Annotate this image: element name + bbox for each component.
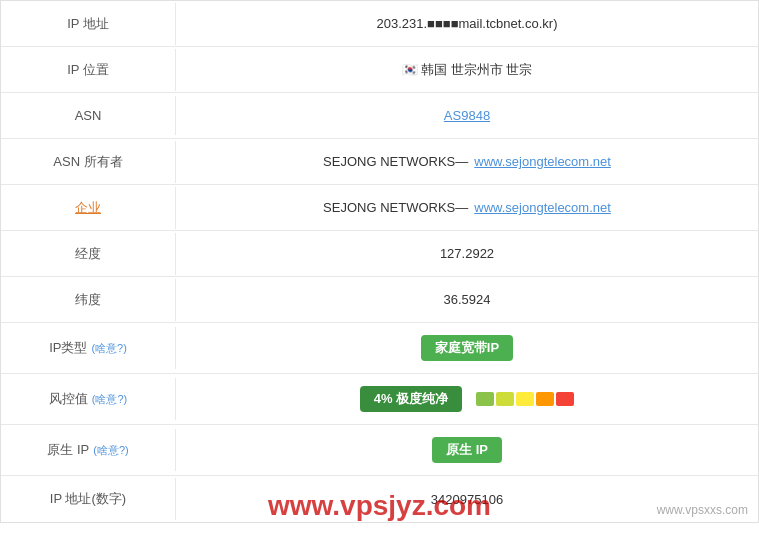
label-enterprise: 企业 — [1, 187, 176, 229]
value-native-ip: 原生 IP — [176, 425, 758, 475]
row-longitude: 经度 127.2922 — [1, 231, 758, 277]
label-ip-address: IP 地址 — [1, 3, 176, 45]
ip-type-hint[interactable]: (啥意?) — [91, 341, 126, 356]
label-native-ip: 原生 IP (啥意?) — [1, 429, 176, 471]
label-risk: 风控值 (啥意?) — [1, 378, 176, 420]
label-ip-type: IP类型 (啥意?) — [1, 327, 176, 369]
label-latitude: 纬度 — [1, 279, 176, 321]
value-enterprise: SEJONG NETWORKS— www.sejongtelecom.net — [176, 188, 758, 227]
label-asn: ASN — [1, 96, 176, 135]
enterprise-link[interactable]: www.sejongtelecom.net — [474, 200, 611, 215]
row-asn: ASN AS9848 — [1, 93, 758, 139]
label-longitude: 经度 — [1, 233, 176, 275]
risk-seg-5 — [556, 392, 574, 406]
label-ip-count: IP 地址(数字) — [1, 478, 176, 520]
row-asn-owner: ASN 所有者 SEJONG NETWORKS— www.sejongtelec… — [1, 139, 758, 185]
risk-seg-4 — [536, 392, 554, 406]
risk-bar — [476, 392, 574, 406]
enterprise-label-link[interactable]: 企业 — [75, 199, 101, 217]
risk-hint[interactable]: (啥意?) — [92, 392, 127, 407]
value-ip-address: 203.231.■■■■mail.tcbnet.co.kr) — [176, 4, 758, 43]
row-enterprise: 企业 SEJONG NETWORKS— www.sejongtelecom.ne… — [1, 185, 758, 231]
ip-type-badge: 家庭宽带IP — [421, 335, 513, 361]
value-risk: 4% 极度纯净 — [176, 374, 758, 424]
row-ip-address: IP 地址 203.231.■■■■mail.tcbnet.co.kr) — [1, 1, 758, 47]
value-ip-type: 家庭宽带IP — [176, 323, 758, 373]
asn-link[interactable]: AS9848 — [444, 108, 490, 123]
info-table: IP 地址 203.231.■■■■mail.tcbnet.co.kr) IP … — [0, 0, 759, 523]
value-asn-owner: SEJONG NETWORKS— www.sejongtelecom.net — [176, 142, 758, 181]
asn-owner-link[interactable]: www.sejongtelecom.net — [474, 154, 611, 169]
label-asn-owner: ASN 所有者 — [1, 141, 176, 183]
row-ip-location: IP 位置 🇰🇷 韩国 世宗州市 世宗 — [1, 47, 758, 93]
value-asn: AS9848 — [176, 96, 758, 135]
site-label: www.vpsxxs.com — [657, 503, 748, 517]
risk-badge: 4% 极度纯净 — [360, 386, 462, 412]
row-native-ip: 原生 IP (啥意?) 原生 IP — [1, 425, 758, 476]
native-ip-badge: 原生 IP — [432, 437, 502, 463]
row-latitude: 纬度 36.5924 — [1, 277, 758, 323]
risk-seg-1 — [476, 392, 494, 406]
native-ip-hint[interactable]: (啥意?) — [93, 443, 128, 458]
risk-seg-2 — [496, 392, 514, 406]
row-ip-type: IP类型 (啥意?) 家庭宽带IP — [1, 323, 758, 374]
risk-seg-3 — [516, 392, 534, 406]
row-ip-count: IP 地址(数字) 3420975106 www.vpsxxs.com — [1, 476, 758, 522]
value-longitude: 127.2922 — [176, 234, 758, 273]
row-risk: 风控值 (啥意?) 4% 极度纯净 — [1, 374, 758, 425]
value-latitude: 36.5924 — [176, 280, 758, 319]
value-ip-location: 🇰🇷 韩国 世宗州市 世宗 — [176, 49, 758, 91]
label-ip-location: IP 位置 — [1, 49, 176, 91]
